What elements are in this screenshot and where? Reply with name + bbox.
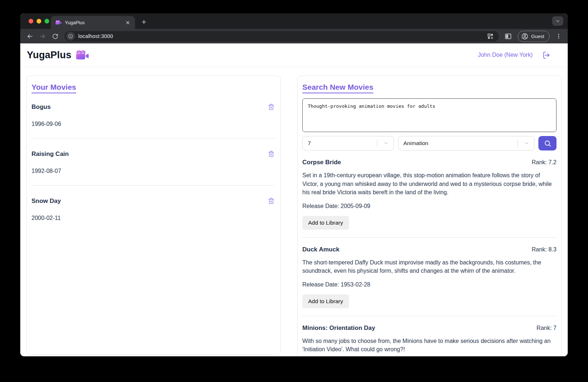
trash-icon: [268, 150, 274, 157]
result-title: Duck Amuck: [302, 246, 339, 253]
qr-code-icon[interactable]: [485, 31, 496, 42]
list-divider: [32, 138, 275, 139]
list-item: Raising Cain 1992-08-07: [32, 150, 275, 186]
tab-title: YugaPlus: [65, 20, 121, 25]
brand: YugaPlus: [27, 50, 89, 61]
delete-movie-button[interactable]: [267, 150, 275, 158]
movie-camera-logo-icon: [76, 50, 89, 60]
result-description: Set in a 19th-century european village, …: [302, 171, 556, 197]
delete-movie-button[interactable]: [267, 197, 275, 205]
result-rank: Rank: 7.2: [532, 159, 556, 166]
main-content: Your Movies Bogus 1996-09-06 Raising Cai…: [20, 67, 568, 356]
result-description: With so many jobs to choose from, the Mi…: [302, 337, 556, 354]
movie-title: Snow Day: [32, 198, 61, 205]
tab-strip: YugaPlus ✕ +: [20, 13, 568, 29]
tab-close-icon[interactable]: ✕: [124, 19, 131, 26]
list-divider: [32, 185, 275, 186]
back-button[interactable]: [24, 30, 35, 42]
site-info-icon[interactable]: [66, 32, 75, 41]
browser-toolbar: localhost:3000 Guest: [20, 29, 568, 43]
result-title: Corpse Bride: [302, 159, 341, 166]
address-bar[interactable]: localhost:3000: [64, 31, 499, 42]
chevron-down-icon: [383, 141, 389, 146]
search-new-movies-title: Search New Movies: [302, 83, 373, 92]
movie-release-date: 1992-08-07: [32, 168, 275, 174]
chevron-down-icon: [524, 141, 529, 146]
site-header: YugaPlus John Doe (New York): [20, 43, 568, 67]
browser-window: YugaPlus ✕ + localhost:3000: [20, 13, 568, 356]
close-window-button[interactable]: [29, 19, 33, 24]
result-divider: [302, 316, 556, 316]
forward-button[interactable]: [37, 30, 48, 42]
add-to-library-button[interactable]: Add to Library: [302, 294, 349, 308]
profile-button[interactable]: Guest: [518, 31, 550, 42]
search-result: Minions: Orientation Day Rank: 7 With so…: [302, 324, 556, 354]
result-title: Minions: Orientation Day: [302, 324, 375, 332]
movie-title: Bogus: [32, 103, 51, 111]
result-divider: [302, 237, 556, 238]
result-description: The short-tempered Daffy Duck must impro…: [302, 258, 556, 275]
movie-title: Raising Cain: [32, 150, 69, 158]
search-result: Duck Amuck Rank: 8.3 The short-tempered …: [302, 246, 556, 316]
guest-label: Guest: [531, 34, 544, 39]
search-query-input[interactable]: Thought-provoking animation movies for a…: [302, 98, 556, 132]
add-to-library-button[interactable]: Add to Library: [302, 216, 349, 230]
list-item: Bogus 1996-09-06: [32, 103, 275, 139]
tab-search-button[interactable]: [552, 16, 563, 26]
category-select[interactable]: Animation: [398, 136, 534, 150]
your-movies-panel: Your Movies Bogus 1996-09-06 Raising Cai…: [26, 76, 281, 355]
results-count-value: 7: [308, 140, 311, 147]
result-release-date: Release Date: 2005-09-09: [302, 203, 556, 209]
list-item: Snow Day 2000-02-11: [32, 197, 275, 221]
zoom-window-button[interactable]: [45, 19, 49, 24]
browser-tab[interactable]: YugaPlus ✕: [51, 16, 135, 29]
movie-release-date: 2000-02-11: [32, 215, 275, 221]
traffic-lights: [29, 19, 49, 24]
minimize-window-button[interactable]: [37, 19, 41, 24]
search-controls: 7 Animation: [302, 136, 556, 150]
category-value: Animation: [403, 140, 428, 147]
results-count-select[interactable]: 7: [302, 136, 394, 150]
movie-release-date: 1996-09-06: [32, 121, 275, 127]
reload-button[interactable]: [49, 30, 61, 42]
your-movies-title: Your Movies: [32, 83, 76, 92]
guest-avatar-icon: [521, 33, 528, 40]
user-account-link[interactable]: John Doe (New York): [478, 52, 533, 58]
search-panel: Search New Movies Thought-provoking anim…: [297, 76, 562, 356]
yugaplus-page: YugaPlus John Doe (New York) Your Movies…: [20, 43, 568, 356]
chevron-down-icon: [555, 19, 560, 24]
delete-movie-button[interactable]: [267, 103, 275, 111]
browser-menu-icon[interactable]: [553, 31, 564, 42]
brand-name: YugaPlus: [27, 50, 71, 61]
result-release-date: Release Date: 1953-02-28: [302, 281, 556, 288]
result-rank: Rank: 8.3: [532, 246, 556, 253]
result-rank: Rank: 7: [537, 325, 556, 331]
url-text: localhost:3000: [78, 33, 113, 39]
trash-icon: [268, 103, 274, 110]
search-icon: [544, 140, 551, 147]
search-result: Corpse Bride Rank: 7.2 Set in a 19th-cen…: [302, 159, 556, 238]
tab-favicon-movie-camera-icon: [55, 20, 62, 25]
new-tab-button[interactable]: +: [142, 18, 146, 26]
side-panel-icon[interactable]: [503, 31, 514, 42]
search-button[interactable]: [538, 136, 556, 150]
trash-icon: [268, 198, 274, 204]
logout-icon[interactable]: [542, 51, 551, 59]
